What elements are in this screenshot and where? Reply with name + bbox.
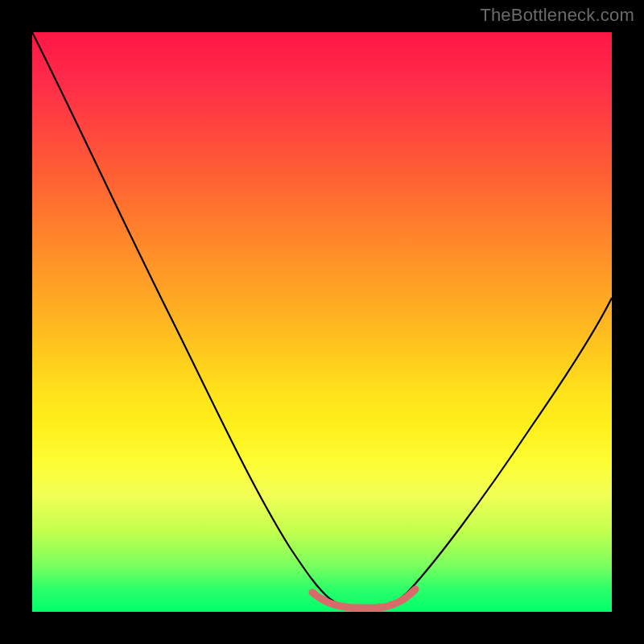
bottleneck-curve-path (32, 32, 612, 609)
svg-point-3 (343, 604, 350, 611)
svg-point-0 (311, 590, 318, 597)
watermark-text: TheBottleneck.com (480, 5, 634, 26)
svg-point-6 (377, 604, 384, 611)
svg-point-1 (320, 597, 328, 604)
svg-point-5 (365, 605, 373, 612)
chart-frame: TheBottleneck.com (0, 0, 644, 644)
svg-point-2 (332, 601, 339, 609)
svg-point-9 (409, 589, 416, 597)
svg-point-4 (354, 605, 361, 612)
plot-area (32, 32, 612, 612)
svg-point-7 (388, 601, 395, 609)
curve-svg (32, 32, 612, 612)
svg-point-8 (399, 597, 407, 604)
